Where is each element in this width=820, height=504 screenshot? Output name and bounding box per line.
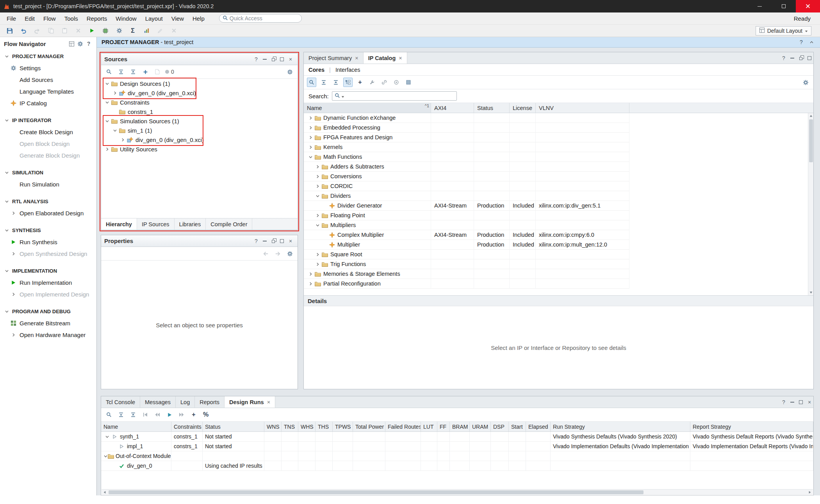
- menu-flow[interactable]: Flow: [39, 12, 60, 24]
- flow-item-open-synthesized-design[interactable]: Open Synthesized Design: [0, 248, 96, 259]
- chevron-down-icon[interactable]: [103, 454, 108, 458]
- playteal-button[interactable]: [165, 410, 174, 419]
- program-button[interactable]: [100, 26, 111, 36]
- ip-search-input[interactable]: [332, 91, 457, 101]
- tree-row-simulation-sources-1[interactable]: Simulation Sources (1): [101, 116, 298, 126]
- chevron-down-icon[interactable]: [103, 119, 111, 123]
- maximize-window-button[interactable]: [772, 0, 796, 12]
- tab-design-runs[interactable]: Design Runs×: [225, 396, 275, 408]
- run-row-impl-1[interactable]: impl_1constrs_1Not startedVivado Impleme…: [101, 442, 813, 451]
- run-row-div-gen-0[interactable]: div_gen_0Using cached IP results: [101, 461, 813, 471]
- menu-layout[interactable]: Layout: [141, 12, 167, 24]
- copy-button[interactable]: [45, 26, 57, 36]
- chevron-down-icon[interactable]: [314, 194, 321, 198]
- flow-section-header-program-and-debug[interactable]: PROGRAM AND DEBUG: [0, 305, 96, 317]
- tree-row-design-sources-1[interactable]: Design Sources (1): [101, 79, 298, 88]
- help-button[interactable]: ?: [252, 55, 260, 63]
- hier-button[interactable]: [343, 78, 353, 87]
- chevron-down-icon[interactable]: [307, 155, 314, 159]
- flow-item-run-implementation[interactable]: Run Implementation: [0, 277, 96, 288]
- settings-gear-button[interactable]: [801, 78, 810, 87]
- flow-item-open-implemented-design[interactable]: Open Implemented Design: [0, 288, 96, 300]
- column-header-tns[interactable]: TNS: [282, 422, 298, 431]
- tab-messages[interactable]: Messages: [140, 396, 176, 408]
- flow-section-header-synthesis[interactable]: SYNTHESIS: [0, 224, 96, 236]
- horizontal-scrollbar[interactable]: [102, 489, 813, 495]
- chevron-right-icon[interactable]: [307, 272, 314, 276]
- scroll-down-button[interactable]: [808, 290, 813, 295]
- flow-item-language-templates[interactable]: Language Templates: [0, 85, 96, 97]
- close-button[interactable]: ×: [806, 398, 813, 406]
- max-button[interactable]: [797, 398, 805, 406]
- scrollbar-thumb[interactable]: [809, 119, 813, 162]
- min-button[interactable]: [788, 398, 796, 406]
- flow-item-settings[interactable]: Settings: [0, 62, 96, 74]
- ip-row-complex-multiplier[interactable]: Complex MultiplierAXI4-StreamProductionI…: [304, 230, 813, 240]
- properties-panel-header[interactable]: Properties ?×: [101, 235, 298, 247]
- column-header-axi4[interactable]: AXI4: [431, 103, 474, 113]
- collapse-button[interactable]: [116, 67, 126, 76]
- column-header-run-strategy[interactable]: Run Strategy: [551, 422, 690, 431]
- delete-button[interactable]: [72, 26, 84, 36]
- column-header-start[interactable]: Start: [509, 422, 526, 431]
- expand-button[interactable]: [331, 78, 340, 87]
- float-button[interactable]: [269, 237, 277, 245]
- column-header-wns[interactable]: WNS: [264, 422, 282, 431]
- chevron-down-icon[interactable]: [3, 54, 10, 59]
- sources-tab-libraries[interactable]: Libraries: [175, 218, 206, 230]
- settings-gear-button[interactable]: [285, 67, 294, 76]
- scroll-left-button[interactable]: [102, 491, 108, 494]
- tab-tcl-console[interactable]: Tcl Console: [101, 396, 140, 408]
- ip-row-dynamic-function-exchange[interactable]: Dynamic Function eXchange: [304, 113, 813, 123]
- sources-tab-compile-order[interactable]: Compile Order: [206, 218, 252, 230]
- next2-button[interactable]: [177, 410, 186, 419]
- column-header-report-strategy[interactable]: Report Strategy: [690, 422, 813, 431]
- menu-window[interactable]: Window: [111, 12, 141, 24]
- flow-item-run-synthesis[interactable]: Run Synthesis: [0, 236, 96, 248]
- settings-gear-button[interactable]: [76, 40, 84, 48]
- flow-section-header-project-manager[interactable]: PROJECT MANAGER: [0, 50, 96, 62]
- min-button[interactable]: [261, 237, 269, 245]
- ip-row-square-root[interactable]: Square Root: [304, 250, 813, 259]
- ip-row-multipliers[interactable]: Multipliers: [304, 220, 813, 230]
- sources-tab-ip-sources[interactable]: IP Sources: [137, 218, 175, 230]
- column-header-license[interactable]: License: [510, 103, 536, 113]
- ip-row-trig-functions[interactable]: Trig Functions: [304, 259, 813, 269]
- tree-row-div-gen-0-div-gen-0-xci[interactable]: div_gen_0 (div_gen_0.xci): [101, 88, 298, 98]
- flow-item-create-block-design[interactable]: Create Block Design: [0, 126, 96, 138]
- max-button[interactable]: [278, 237, 286, 245]
- column-header-whs[interactable]: WHS: [298, 422, 316, 431]
- help-button[interactable]: ?: [252, 237, 260, 245]
- ip-row-divider-generator[interactable]: Divider GeneratorAXI4-StreamProductionIn…: [304, 201, 813, 211]
- float-button[interactable]: [797, 54, 805, 62]
- search-button[interactable]: [104, 67, 114, 76]
- column-header-status[interactable]: Status: [474, 103, 510, 113]
- chevron-down-icon[interactable]: [3, 228, 10, 232]
- sources-panel-header[interactable]: Sources ?×: [101, 53, 298, 65]
- column-header-ff[interactable]: FF: [437, 422, 450, 431]
- chevron-down-icon[interactable]: [3, 170, 10, 175]
- percent-button[interactable]: %: [201, 410, 210, 419]
- column-header-tpws[interactable]: TPWS: [333, 422, 353, 431]
- chevron-down-icon[interactable]: [111, 128, 118, 133]
- collapse-banner-button[interactable]: [808, 38, 815, 46]
- paste-button[interactable]: [59, 26, 70, 36]
- wrench-button[interactable]: [367, 78, 377, 87]
- column-header-constraints[interactable]: Constraints: [171, 422, 203, 431]
- back-button[interactable]: [261, 249, 270, 258]
- chevron-right-icon[interactable]: [307, 126, 314, 130]
- vertical-scrollbar[interactable]: [808, 113, 813, 295]
- dock-button[interactable]: [68, 40, 75, 48]
- flow-section-header-implementation[interactable]: IMPLEMENTATION: [0, 265, 96, 277]
- report-button[interactable]: [141, 26, 152, 36]
- chevron-right-icon[interactable]: [307, 145, 314, 149]
- help-button[interactable]: ?: [780, 398, 788, 406]
- help-button[interactable]: ?: [85, 40, 93, 48]
- column-header-uram[interactable]: URAM: [470, 422, 491, 431]
- flow-section-header-rtl-analysis[interactable]: RTL ANALYSIS: [0, 195, 96, 207]
- chevron-right-icon[interactable]: [307, 116, 314, 120]
- play-button[interactable]: [86, 26, 98, 36]
- tree-row-div-gen-0-div-gen-0-xci[interactable]: div_gen_0 (div_gen_0.xci): [101, 135, 298, 144]
- chevron-right-icon[interactable]: [119, 138, 126, 142]
- chevron-down-icon[interactable]: [103, 82, 111, 86]
